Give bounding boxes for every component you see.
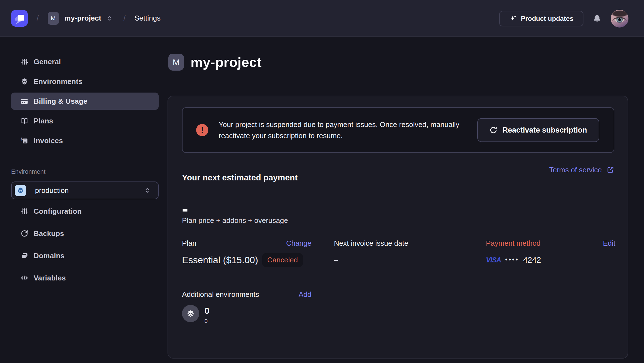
suspension-alert: ! Your project is suspended due to payme… (182, 107, 614, 153)
visa-logo: VISA (486, 256, 501, 264)
layers-icon (17, 187, 24, 194)
breadcrumb-project-name[interactable]: my-project (64, 14, 101, 23)
breadcrumb: / M my-project / Settings (0, 10, 161, 27)
external-link-icon (606, 166, 614, 174)
project-badge[interactable]: M (48, 12, 59, 25)
breadcrumb-separator: / (37, 14, 39, 23)
reactivate-subscription-button[interactable]: Reactivate subscription (477, 118, 599, 142)
additional-environments-label: Additional environments (182, 290, 259, 299)
chevrons-up-down-icon[interactable] (106, 15, 113, 22)
bell-icon[interactable] (592, 14, 602, 23)
billing-columns: Plan Change Essential ($15.00) Canceled … (182, 239, 614, 267)
sidebar-item-invoices[interactable]: $ Invoices (11, 132, 159, 149)
product-updates-button[interactable]: Product updates (499, 11, 583, 26)
terms-of-service-label: Terms of service (549, 166, 602, 174)
sliders-icon (21, 207, 28, 215)
page-title: my-project (191, 54, 262, 70)
environments-count-icon (182, 305, 199, 322)
plan-column: Plan Change Essential ($15.00) Canceled (182, 239, 311, 267)
next-payment-amount: - (182, 202, 614, 215)
billing-card: ! Your project is suspended due to payme… (168, 96, 628, 359)
terms-of-service-link[interactable]: Terms of service (549, 166, 614, 174)
sidebar-item-plans[interactable]: Plans (11, 112, 159, 130)
breadcrumb-settings[interactable]: Settings (134, 14, 161, 23)
next-invoice-value: – (334, 256, 338, 264)
environment-icon (15, 185, 26, 196)
reactivate-button-label: Reactivate subscription (502, 126, 587, 135)
change-plan-link[interactable]: Change (286, 239, 311, 248)
credit-card-icon (21, 97, 28, 105)
environment-select[interactable]: production (11, 182, 159, 199)
sidebar-item-backups[interactable]: Backups (11, 225, 159, 242)
sidebar-item-domains[interactable]: Domains (11, 247, 159, 264)
environment-select-value: production (35, 186, 69, 195)
add-environment-link[interactable]: Add (299, 290, 311, 299)
next-invoice-column: Next invoice issue date – (334, 239, 463, 267)
topbar-actions: Product updates (499, 0, 628, 37)
sidebar-item-label: General (34, 58, 61, 66)
next-payment-subtitle: Plan price + addons + overusage (182, 216, 614, 225)
layers-icon (21, 78, 28, 85)
environment-nav-list: Configuration Backups Domains V (11, 203, 159, 287)
sparkle-icon (509, 15, 517, 23)
sidebar-item-environments[interactable]: Environments (11, 73, 159, 90)
environments-count: 0 (204, 306, 209, 315)
book-open-icon (21, 117, 28, 125)
plan-status-badge: Canceled (262, 253, 303, 267)
app-logo-icon[interactable] (11, 10, 28, 27)
breadcrumb-separator: / (123, 14, 126, 23)
code-icon (21, 274, 28, 282)
sliders-icon (21, 58, 28, 66)
sidebar-item-label: Configuration (34, 207, 82, 216)
plan-value: Essential ($15.00) (182, 255, 258, 265)
page-header: M my-project (168, 54, 262, 71)
sidebar-item-label: Variables (34, 274, 66, 282)
environments-subcount: 0 (204, 318, 209, 324)
sidebar-item-label: Invoices (34, 136, 63, 145)
project-nav-list: General Environments Billing & Usage (11, 53, 159, 149)
card-masked-dots: •••• (505, 256, 519, 263)
sidebar-item-label: Backups (34, 229, 64, 238)
card-last4: 4242 (523, 255, 541, 265)
user-avatar[interactable] (611, 10, 628, 28)
alert-icon: ! (196, 124, 208, 136)
refresh-icon (490, 126, 497, 134)
additional-environments-section: Additional environments Add 0 0 (182, 290, 311, 324)
rotate-cw-icon (21, 230, 28, 237)
edit-payment-link[interactable]: Edit (603, 239, 615, 248)
sidebar-item-billing-usage[interactable]: Billing & Usage (11, 93, 159, 110)
sidebar-item-label: Environments (34, 77, 83, 86)
payment-method-label: Payment method (486, 239, 541, 248)
topbar: / M my-project / Settings Product update… (0, 0, 644, 37)
product-updates-label: Product updates (521, 15, 573, 23)
environment-section-label: Environment (11, 168, 159, 175)
project-avatar-badge: M (168, 54, 184, 71)
chevrons-up-down-icon (144, 187, 151, 194)
sidebar-item-general[interactable]: General (11, 53, 159, 70)
sidebar-item-label: Domains (34, 252, 64, 260)
next-invoice-label: Next invoice issue date (334, 239, 408, 248)
sidebar-item-variables[interactable]: Variables (11, 269, 159, 287)
sidebar-item-label: Plans (34, 117, 53, 125)
sidebar: General Environments Billing & Usage (11, 37, 159, 287)
receipt-icon: $ (21, 137, 28, 145)
svg-text:$: $ (21, 137, 23, 141)
windows-stack-icon (21, 252, 28, 260)
plan-label: Plan (182, 239, 196, 248)
environments-count-block: 0 0 (204, 305, 209, 324)
sidebar-item-label: Billing & Usage (34, 97, 88, 106)
payment-method-column: Payment method Edit VISA •••• 4242 (486, 239, 615, 267)
layers-icon (186, 309, 195, 318)
suspension-message: Your project is suspended due to payment… (219, 119, 463, 141)
sidebar-item-configuration[interactable]: Configuration (11, 203, 159, 220)
